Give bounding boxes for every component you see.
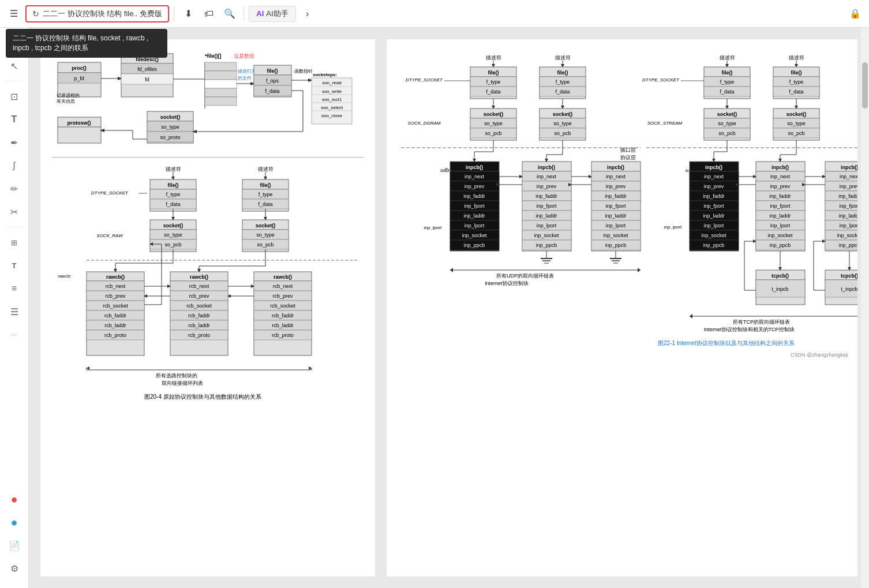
- sidebar-icon-more[interactable]: ···: [4, 324, 25, 345]
- svg-text:inp_next: inp_next: [770, 174, 791, 179]
- left-page: proc() p_fd 记录进程的 有关信息 filedesc() fd_ofi…: [40, 39, 375, 576]
- svg-text:inpcb(): inpcb(): [466, 164, 483, 170]
- ai-icon: AI: [256, 9, 264, 18]
- svg-text:inp_socket: inp_socket: [767, 233, 793, 238]
- scrollbar-thumb[interactable]: [862, 62, 868, 108]
- svg-rect-21: [205, 80, 237, 88]
- svg-text:file(): file(): [488, 70, 499, 76]
- svg-text:rcb_prev: rcb_prev: [105, 293, 126, 299]
- svg-text:rcb_socket: rcb_socket: [186, 303, 212, 309]
- svg-text:f_type: f_type: [259, 192, 273, 197]
- svg-text:*file()[]: *file()[]: [205, 53, 222, 59]
- svg-text:inp_next: inp_next: [537, 174, 557, 179]
- user-button[interactable]: 🔒: [846, 5, 864, 23]
- svg-text:inpcb(): inpcb(): [841, 164, 857, 170]
- sidebar-icon-curve[interactable]: ∫: [4, 155, 25, 176]
- svg-text:so_type: so_type: [256, 232, 275, 238]
- settings-icon[interactable]: ⚙: [4, 558, 25, 579]
- sidebar-icon-table[interactable]: ⊞: [4, 232, 25, 253]
- svg-text:DTYPE_SOCKET: DTYPE_SOCKET: [642, 77, 680, 83]
- more-button[interactable]: ›: [298, 5, 317, 23]
- svg-marker-164: [309, 366, 312, 370]
- svg-text:socket(): socket(): [553, 111, 573, 117]
- sidebar-icon-text[interactable]: T: [4, 109, 25, 130]
- svg-text:rcb_faddr: rcb_faddr: [104, 313, 126, 319]
- svg-text:协议层: 协议层: [620, 155, 636, 160]
- svg-text:图22-1  Internet协议控制块以及与其他结构之间的: 图22-1 Internet协议控制块以及与其他结构之间的关系: [658, 340, 795, 346]
- svg-text:inp_next: inp_next: [606, 174, 626, 179]
- svg-text:so_type: so_type: [161, 124, 179, 130]
- svg-text:inp_fport: inp_fport: [770, 203, 791, 209]
- svg-marker-286: [450, 268, 453, 272]
- sidebar-icon-cursor[interactable]: ↖: [4, 55, 25, 76]
- tooltip: 二二一 协议控制块 结构 file, socket , rawcb , inpc…: [6, 29, 167, 58]
- svg-text:inp_laddr: inp_laddr: [535, 213, 557, 219]
- svg-text:inp_lport: inp_lport: [606, 223, 626, 229]
- svg-text:inp_laddr: inp_laddr: [605, 213, 626, 219]
- sidebar-icon-crop[interactable]: ⊡: [4, 86, 25, 107]
- svg-text:socket(): socket(): [256, 223, 276, 229]
- svg-text:inpcb(): inpcb(): [705, 164, 722, 170]
- svg-text:socket(): socket(): [160, 114, 181, 120]
- svg-text:inp_next: inp_next: [704, 174, 724, 179]
- svg-text:f_type: f_type: [556, 79, 570, 85]
- svg-text:tcpcb(): tcpcb(): [771, 273, 789, 279]
- color-red[interactable]: ●: [4, 489, 25, 510]
- right-page: 描述符 描述符 file() f_type f_data file() f_ty…: [387, 39, 857, 576]
- scrollbar[interactable]: [861, 28, 869, 588]
- svg-text:so_pcb: so_pcb: [554, 130, 571, 136]
- svg-text:file(): file(): [557, 70, 568, 76]
- svg-text:so_type: so_type: [164, 232, 182, 238]
- sidebar-icon-text2[interactable]: T: [4, 255, 25, 276]
- ai-assistant-button[interactable]: AI AI助手: [249, 6, 295, 22]
- sidebar-icon-pen[interactable]: ✒: [4, 132, 25, 153]
- svg-text:inp_socket: inp_socket: [603, 233, 628, 238]
- search-button[interactable]: 🔍: [220, 5, 239, 23]
- svg-text:rawcb(): rawcb(): [274, 274, 292, 280]
- svg-text:有关信息: 有关信息: [57, 99, 75, 104]
- svg-text:SOCK_RAW: SOCK_RAW: [96, 233, 123, 238]
- svg-text:inpcb(): inpcb(): [771, 164, 789, 170]
- svg-text:inp_fport: inp_fport: [536, 203, 557, 209]
- svg-text:rcb_proto: rcb_proto: [272, 332, 294, 338]
- svg-text:so_type: so_type: [718, 121, 736, 126]
- svg-text:so_pcb: so_pcb: [485, 130, 501, 136]
- svg-text:socket(): socket(): [786, 111, 807, 117]
- bookmark-button[interactable]: 🏷: [200, 5, 218, 23]
- svg-text:rawcb:: rawcb:: [58, 274, 72, 279]
- sidebar-icon-lines2[interactable]: ☰: [4, 301, 25, 322]
- svg-text:f_type: f_type: [720, 79, 735, 85]
- svg-text:inp_socket: inp_socket: [837, 233, 857, 238]
- svg-text:inp_lport: inp_lport: [664, 224, 682, 230]
- svg-text:图20-4  原始协议控制块与其他数据结构的关系: 图20-4 原始协议控制块与其他数据结构的关系: [144, 394, 261, 400]
- svg-text:inp_prev: inp_prev: [537, 183, 557, 189]
- svg-text:f_data: f_data: [258, 201, 272, 207]
- svg-text:so_pcb: so_pcb: [164, 242, 181, 248]
- svg-text:inp_socket: inp_socket: [462, 233, 487, 238]
- svg-text:inp_faddr: inp_faddr: [535, 193, 557, 199]
- menu-button[interactable]: ☰: [5, 5, 23, 23]
- svg-text:inp_lport: inp_lport: [704, 223, 724, 229]
- sidebar-icon-scissors[interactable]: ✂: [4, 201, 25, 222]
- svg-text:f_data: f_data: [265, 88, 279, 94]
- svg-text:tcpcb(): tcpcb(): [841, 273, 857, 279]
- svg-text:inpcb(): inpcb(): [538, 164, 555, 170]
- svg-text:file(): file(): [267, 68, 278, 74]
- svg-text:rcb_next: rcb_next: [189, 283, 209, 289]
- svg-text:inp_ppcb: inp_ppcb: [839, 242, 857, 248]
- svg-text:CSDN @zhangzhangkeji: CSDN @zhangzhangkeji: [791, 352, 848, 358]
- page-thumbnail-icon[interactable]: 📄: [4, 535, 25, 556]
- svg-text:插口层: 插口层: [620, 147, 636, 153]
- svg-text:t_inpcb: t_inpcb: [841, 286, 857, 292]
- reload-icon: ↻: [32, 9, 39, 18]
- main-content: proc() p_fd 记录进程的 有关信息 filedesc() fd_ofi…: [29, 28, 869, 588]
- sidebar-icon-lines[interactable]: ≡: [4, 278, 25, 299]
- sidebar-icon-edit[interactable]: ✏: [4, 178, 25, 199]
- color-blue[interactable]: ●: [4, 512, 25, 533]
- svg-text:p_fd: p_fd: [74, 76, 84, 81]
- download-button[interactable]: ⬇: [179, 5, 197, 23]
- svg-text:inp_prev: inp_prev: [606, 183, 626, 189]
- svg-text:inp_fport: inp_fport: [464, 203, 485, 209]
- svg-text:inp_laddr: inp_laddr: [703, 213, 724, 219]
- svg-text:rcb_laddr: rcb_laddr: [272, 323, 294, 328]
